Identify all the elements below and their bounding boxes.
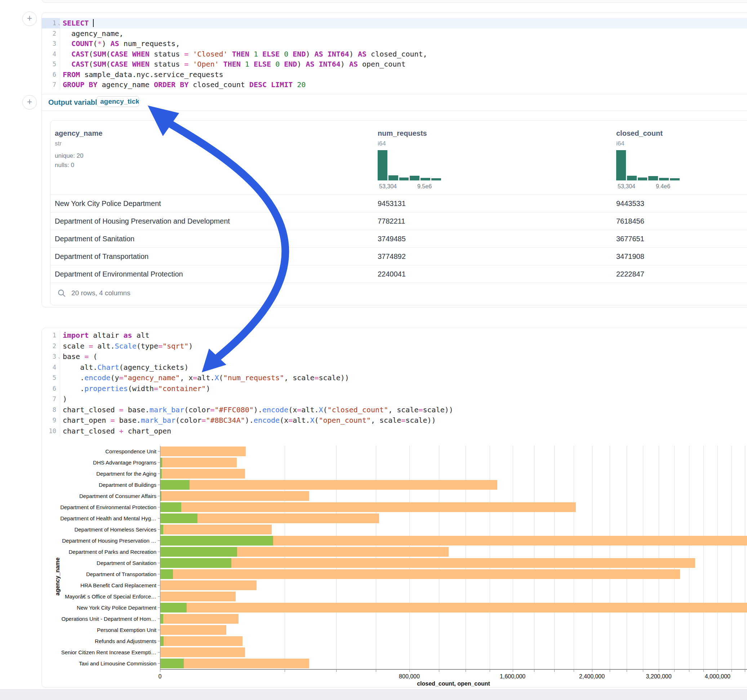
code-token: DESC xyxy=(250,80,267,89)
x-axis-tick xyxy=(627,670,627,672)
table-cell: Department of Housing Preservation and D… xyxy=(55,217,230,225)
table-row[interactable]: Department of Sanitation37494853677651 xyxy=(50,230,747,248)
code-token: (width xyxy=(128,384,154,393)
chart-gridline xyxy=(376,446,376,669)
output-variable-pill[interactable]: agency_tickets xyxy=(97,96,139,107)
line-number: 8 xyxy=(42,405,60,416)
sql-code-editor[interactable]: 1⌄SELECT 2 agency_name,3 COUNT(*) AS num… xyxy=(42,18,747,90)
code-token: sample_data.nyc.service_requests xyxy=(80,70,223,79)
code-token xyxy=(258,50,262,58)
add-block-button[interactable]: + xyxy=(22,95,37,109)
line-number: 9 xyxy=(42,415,60,426)
code-token: (x xyxy=(288,406,297,414)
line-number: 5 xyxy=(42,59,60,69)
code-token: = xyxy=(119,373,124,382)
code-token: import xyxy=(63,331,89,339)
code-token: THEN xyxy=(224,60,241,68)
chart-gridline xyxy=(574,446,574,669)
code-token: "agency_name" xyxy=(124,373,180,382)
column-header-agency_name[interactable]: agency_name xyxy=(55,129,102,137)
code-token: ) xyxy=(63,395,67,403)
table-cell: 9443533 xyxy=(616,199,644,208)
code-token xyxy=(267,80,271,89)
table-row[interactable]: Department of Environmental Protection22… xyxy=(50,265,747,283)
line-number: 7 xyxy=(42,80,60,90)
add-cell-button[interactable]: + xyxy=(22,12,37,26)
code-token: ) xyxy=(189,342,193,350)
code-token xyxy=(63,50,71,58)
x-axis-tick xyxy=(674,670,674,672)
code-token: ELSE xyxy=(254,60,271,68)
previous-cell-edge xyxy=(41,0,747,3)
line-number: 4 xyxy=(42,49,60,59)
y-axis-label: Operations Unit - Department of Hom… xyxy=(53,616,156,622)
column-stat: nulls: 0 xyxy=(55,162,74,169)
notebook-canvas: + + 1⌄SELECT 2 agency_name,3 COUNT(*) AS… xyxy=(0,0,747,700)
column-header-num_requests[interactable]: num_requests xyxy=(378,129,427,137)
code-token: + xyxy=(119,427,124,435)
code-token: as xyxy=(124,331,132,339)
y-axis-label: DHS Advantage Programs xyxy=(53,459,156,466)
code-token: AS xyxy=(305,60,314,68)
table-row[interactable]: New York City Police Department945313194… xyxy=(50,195,747,213)
code-token: CAST xyxy=(71,50,89,58)
python-code-editor[interactable]: 1import altair as alt2scale = alt.Scale(… xyxy=(42,330,747,436)
x-axis-tick xyxy=(285,670,285,672)
code-token: CASE xyxy=(110,60,127,68)
x-axis-tick xyxy=(490,670,490,672)
line-number: 1⌄ xyxy=(42,18,60,29)
x-axis-tick xyxy=(466,670,466,672)
code-token: 0 xyxy=(275,60,280,68)
table-cell: Department of Transportation xyxy=(55,252,148,261)
code-text: CAST(SUM(CASE WHEN status = 'Open' THEN … xyxy=(60,59,747,69)
code-token: SELECT xyxy=(63,19,89,27)
table-row[interactable]: Department of Transportation377489234719… xyxy=(50,247,747,266)
bar-closed xyxy=(160,480,497,490)
code-token: = xyxy=(184,50,189,58)
bar-closed xyxy=(160,581,257,590)
table-cell: 3749485 xyxy=(378,235,406,243)
code-token: scale)) xyxy=(423,406,453,414)
x-axis-tick xyxy=(554,670,555,672)
chart-gridline xyxy=(674,446,674,669)
code-line: 4 CAST(SUM(CASE WHEN status = 'Closed' T… xyxy=(42,49,747,59)
code-token: altair xyxy=(89,331,123,339)
code-token: "sqrt" xyxy=(163,342,189,350)
code-token xyxy=(250,60,254,68)
chart-gridline xyxy=(336,446,337,669)
search-icon[interactable] xyxy=(57,288,66,298)
code-text: import altair as alt xyxy=(60,330,747,341)
bar-closed xyxy=(160,458,237,468)
x-axis-tick xyxy=(717,670,718,672)
code-token xyxy=(219,60,224,68)
code-token: agency_name xyxy=(97,80,154,89)
y-axis-label: Department of Health and Mental Hyg… xyxy=(53,515,156,521)
code-token: alt xyxy=(132,331,150,339)
code-line: 1import altair as alt xyxy=(42,330,747,341)
bar-closed xyxy=(160,525,272,534)
histogram-bar xyxy=(410,176,419,180)
x-axis-tick xyxy=(513,670,513,672)
bar-open xyxy=(160,603,187,612)
code-token: encode xyxy=(262,406,288,414)
column-header-closed_count[interactable]: closed_count xyxy=(616,129,663,137)
code-token: ( xyxy=(323,406,328,414)
code-token: mark_bar xyxy=(141,416,175,424)
chart-gridline xyxy=(732,446,732,669)
code-token: chart_open xyxy=(124,427,171,435)
code-text: chart_closed + chart_open xyxy=(60,426,747,437)
code-token: LIMIT xyxy=(271,80,293,89)
code-text: SELECT xyxy=(60,18,747,29)
y-axis-line xyxy=(160,446,160,669)
bar-open xyxy=(160,659,184,668)
code-token: status xyxy=(150,60,184,68)
code-text: CAST(SUM(CASE WHEN status = 'Closed' THE… xyxy=(60,49,747,59)
table-row[interactable]: Department of Housing Preservation and D… xyxy=(50,212,747,230)
code-token: alt. xyxy=(63,363,97,372)
line-number: 3⌄ xyxy=(42,352,60,362)
code-token: . xyxy=(63,373,84,382)
code-token: (x xyxy=(280,416,288,424)
code-token: ) xyxy=(101,39,110,48)
y-axis-label: Department of Buildings xyxy=(53,482,156,488)
histogram-bar xyxy=(399,178,409,180)
